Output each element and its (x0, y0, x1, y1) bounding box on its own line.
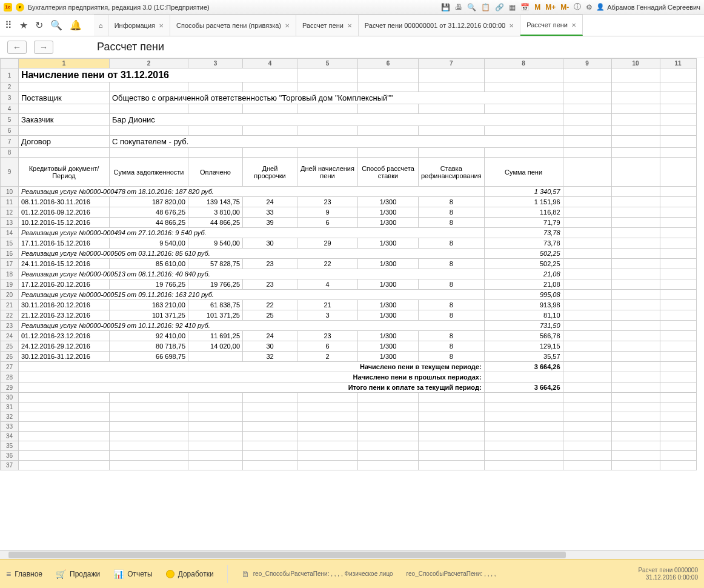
cell[interactable] (110, 148, 188, 158)
cell-pdays[interactable]: 6 (297, 341, 358, 352)
preview-icon[interactable]: 🔍 (467, 3, 476, 12)
link-icon[interactable]: 🔗 (495, 3, 504, 12)
cell-paid[interactable]: 44 866,25 (188, 218, 243, 228)
cell-rate[interactable]: 8 (419, 300, 485, 310)
cell[interactable] (419, 82, 485, 92)
clipboard-icon[interactable]: 📋 (481, 3, 490, 12)
group-sum[interactable]: 995,08 (484, 290, 563, 300)
total-label[interactable]: Начислено пени в прошлых периодах: (19, 372, 485, 383)
cell[interactable] (419, 422, 485, 432)
cell[interactable] (660, 238, 696, 249)
group-row[interactable]: Реализация услуг №0000-000515 от 09.11.2… (19, 290, 485, 300)
cell[interactable] (611, 321, 660, 331)
cell[interactable] (611, 148, 660, 158)
cell[interactable] (660, 158, 696, 187)
cell-sum[interactable]: 913,98 (484, 300, 563, 310)
total-label[interactable]: Начислено пени в текущем периоде: (19, 362, 485, 372)
cell[interactable] (419, 393, 485, 403)
row-header[interactable]: 12 (1, 207, 19, 218)
nav-reports[interactable]: 📊Отчеты (113, 569, 152, 579)
col-header[interactable]: 11 (660, 59, 696, 68)
cell-method[interactable]: 1/300 (358, 279, 419, 290)
cell[interactable] (19, 393, 110, 403)
cell[interactable] (243, 104, 297, 114)
tab-methods[interactable]: Способы расчета пени (привязка)✕ (170, 15, 296, 36)
cell-pdays[interactable]: 29 (297, 238, 358, 249)
cell[interactable] (297, 126, 358, 136)
cell[interactable] (660, 341, 696, 352)
cell[interactable] (611, 403, 660, 412)
table-header[interactable]: Ставка рефинансирования (419, 158, 485, 187)
tab-calc1[interactable]: Рассчет пени✕ (296, 15, 359, 36)
group-row[interactable]: Реализация услуг №0000-000513 от 08.11.2… (19, 269, 485, 279)
cell[interactable] (19, 126, 110, 136)
cell-period[interactable]: 08.11.2016-30.11.2016 (19, 197, 110, 207)
supplier-label[interactable]: Поставщик (19, 92, 110, 104)
cell[interactable] (243, 422, 297, 432)
row-header[interactable]: 37 (1, 461, 19, 470)
group-row[interactable]: Реализация услуг №0000-000519 от 10.11.2… (19, 321, 485, 331)
cell[interactable] (660, 68, 696, 82)
col-header[interactable]: 6 (358, 59, 419, 68)
cell[interactable] (188, 393, 243, 403)
cell[interactable] (110, 126, 188, 136)
cell-days[interactable]: 33 (243, 207, 297, 218)
cell[interactable] (611, 269, 660, 279)
cell[interactable] (660, 451, 696, 461)
cell[interactable] (611, 461, 660, 470)
cell[interactable] (611, 259, 660, 269)
cell[interactable] (611, 68, 660, 82)
cell-period[interactable]: 30.12.2016-31.12.2016 (19, 352, 110, 362)
row-header[interactable]: 20 (1, 290, 19, 300)
cell[interactable] (611, 362, 660, 372)
cell-debt[interactable]: 66 698,75 (110, 352, 188, 362)
cell[interactable] (611, 197, 660, 207)
cell[interactable] (19, 422, 110, 432)
cell-pdays[interactable]: 2 (297, 352, 358, 362)
row-header[interactable]: 22 (1, 310, 19, 321)
cell[interactable] (611, 412, 660, 422)
cell-sum[interactable]: 502,25 (484, 259, 563, 269)
cell-method[interactable]: 1/300 (358, 352, 419, 362)
col-header[interactable]: 5 (297, 59, 358, 68)
cell-period[interactable]: 24.11.2016-15.12.2016 (19, 259, 110, 269)
col-header[interactable]: 4 (243, 59, 297, 68)
close-icon[interactable]: ✕ (571, 22, 576, 28)
group-row[interactable]: Реализация услуг №0000-000505 от 03.11.2… (19, 249, 485, 259)
customer-value[interactable]: Бар Дионис (110, 114, 563, 126)
cell[interactable] (110, 461, 188, 470)
cell-rate[interactable]: 8 (419, 207, 485, 218)
table-header[interactable]: Способ рассчета ставки (358, 158, 419, 187)
cell-debt[interactable]: 44 866,25 (110, 218, 188, 228)
cell[interactable] (358, 422, 419, 432)
cell[interactable] (19, 412, 110, 422)
cell[interactable] (188, 148, 243, 158)
cell[interactable] (110, 104, 188, 114)
row-header[interactable]: 3 (1, 92, 19, 104)
cell-sum[interactable]: 1 151,96 (484, 197, 563, 207)
breadcrumb-1[interactable]: 🗎гео_СпособыРасчетаПени: , , , , Физичес… (241, 569, 393, 579)
cell[interactable] (243, 412, 297, 422)
cell-days[interactable]: 23 (243, 279, 297, 290)
cell[interactable] (243, 451, 297, 461)
cell[interactable] (484, 393, 563, 403)
scrollbar-thumb[interactable] (8, 552, 566, 558)
cell-pdays[interactable]: 9 (297, 207, 358, 218)
history-icon[interactable]: ↻ (35, 19, 43, 31)
cell[interactable] (484, 422, 563, 432)
cell-method[interactable]: 1/300 (358, 341, 419, 352)
cell-paid[interactable]: 19 766,25 (188, 279, 243, 290)
cell[interactable] (660, 300, 696, 310)
cell[interactable] (660, 136, 696, 148)
cell[interactable] (611, 279, 660, 290)
cell[interactable] (358, 432, 419, 441)
cell[interactable] (611, 383, 660, 393)
col-header[interactable]: 3 (188, 59, 243, 68)
cell[interactable] (611, 393, 660, 403)
cell[interactable] (297, 412, 358, 422)
cell[interactable] (611, 207, 660, 218)
cell[interactable] (110, 412, 188, 422)
cell[interactable] (358, 68, 419, 82)
cell[interactable] (611, 432, 660, 441)
contract-label[interactable]: Договор (19, 136, 110, 148)
